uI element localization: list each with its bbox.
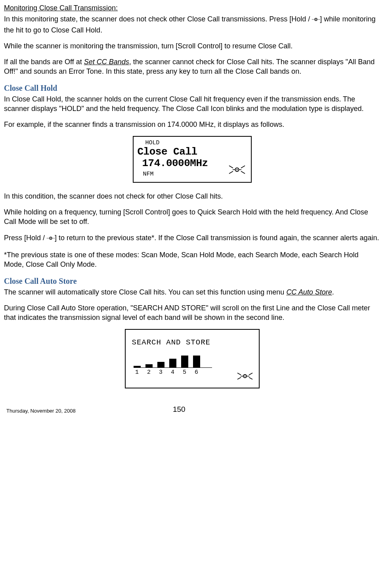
meter-bar	[181, 356, 188, 367]
paragraph: If all the bands are Off at Set CC Bands…	[4, 57, 380, 76]
svg-point-1	[316, 19, 316, 20]
paragraph: In Close Call Hold, the scanner holds on…	[4, 94, 380, 114]
meter-bar	[193, 356, 200, 367]
svg-line-22	[249, 373, 252, 375]
page-footer: Thursday, November 20, 2008 150	[4, 404, 380, 415]
paragraph: In this condition, the scanner does not …	[4, 191, 380, 201]
text: The scanner will automatically store Clo…	[4, 288, 286, 296]
page-number: 150	[173, 404, 185, 415]
svg-point-13	[50, 238, 51, 239]
meter-bar	[134, 366, 141, 367]
meter-bar	[145, 364, 153, 367]
paragraph: *The previous state is one of these mode…	[4, 250, 380, 270]
band-number: 5	[181, 369, 188, 377]
paragraph: While the scanner is monitoring the tran…	[4, 41, 380, 51]
text: ] to return to the previous state*. If t…	[55, 234, 379, 242]
band-number: 3	[157, 369, 164, 377]
svg-line-11	[241, 171, 245, 174]
lcd-scroll-line: SEARCH AND STORE	[132, 338, 255, 348]
text: If all the bands are Off at	[4, 58, 84, 66]
section-heading-ccauto: Close Call Auto Store	[4, 276, 380, 287]
band-number: 1	[134, 369, 141, 377]
paragraph: In this monitoring state, the scanner do…	[4, 14, 380, 35]
meter-bar	[169, 359, 176, 367]
link-set-cc-bands[interactable]: Set CC Bands	[84, 58, 129, 66]
paragraph: Press [Hold / ] to return to the previou…	[4, 233, 380, 244]
svg-line-23	[249, 377, 252, 379]
paragraph: The scanner will automatically store Clo…	[4, 287, 380, 297]
svg-point-17	[244, 376, 245, 377]
svg-point-5	[236, 169, 237, 170]
svg-line-9	[229, 171, 233, 174]
svg-line-8	[229, 166, 233, 168]
band-number: 6	[193, 369, 200, 377]
section-heading-cchold: Close Call Hold	[4, 83, 380, 94]
underline-heading: Monitoring Close Call Transmission:	[4, 4, 118, 12]
paragraph: For example, if the scanner finds a tran…	[4, 120, 380, 129]
footer-date: Thursday, November 20, 2008	[6, 407, 76, 415]
close-call-blink-icon	[236, 372, 254, 383]
lcd-title: Close Call	[138, 146, 247, 158]
lcd-hold-label: HOLD	[145, 140, 247, 147]
paragraph: During Close Call Auto Store operation, …	[4, 303, 380, 323]
close-call-icon	[312, 15, 320, 25]
lcd-display-autostore: SEARCH AND STORE 123456	[4, 329, 380, 388]
meter-bar	[157, 362, 164, 367]
text: .	[332, 288, 334, 296]
close-call-icon	[47, 234, 55, 244]
close-call-blink-icon	[228, 164, 246, 178]
band-number: 2	[145, 369, 153, 377]
lcd-display-hold: HOLD Close Call 174.0000MHz NFM	[4, 136, 380, 183]
svg-line-20	[237, 373, 241, 375]
signal-meter	[134, 353, 212, 368]
band-number: 4	[169, 369, 176, 377]
paragraph: While holding on a frequency, turning [S…	[4, 207, 380, 227]
svg-line-21	[237, 377, 241, 379]
section-heading-monitoring: Monitoring Close Call Transmission:	[4, 3, 380, 13]
text: In this monitoring state, the scanner do…	[4, 15, 312, 23]
svg-line-10	[241, 166, 245, 168]
link-cc-auto-store[interactable]: CC Auto Store	[286, 288, 332, 296]
text: Press [Hold /	[4, 234, 47, 242]
